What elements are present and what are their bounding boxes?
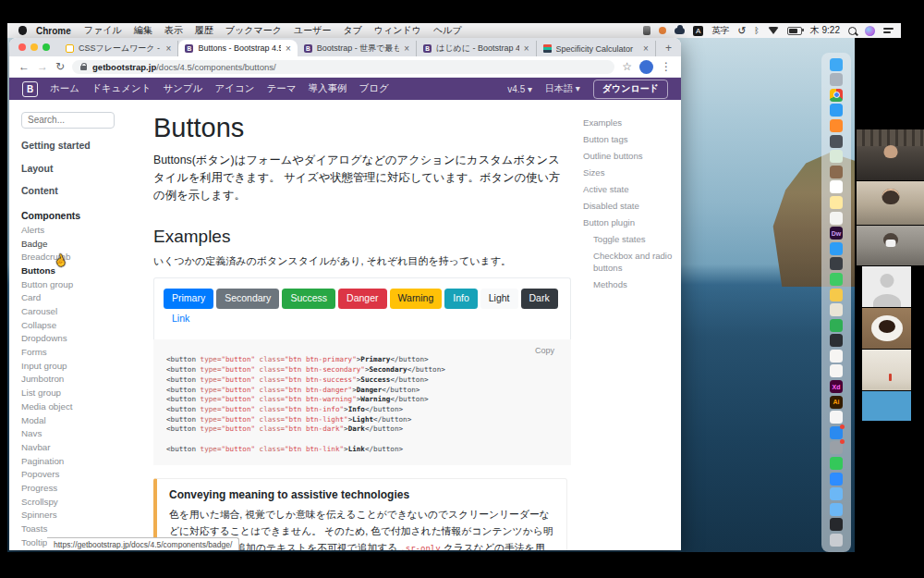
toc-item[interactable]: Outline buttons bbox=[583, 151, 668, 163]
nav-link[interactable]: アイコン bbox=[214, 82, 254, 95]
dock-stamp-app-icon[interactable] bbox=[830, 303, 843, 316]
dock-acrobat-icon[interactable] bbox=[830, 411, 843, 424]
tab-close-icon[interactable]: × bbox=[166, 43, 172, 54]
menu-item[interactable]: 編集 bbox=[134, 24, 152, 37]
dock-trash-icon[interactable] bbox=[830, 534, 843, 547]
menu-item[interactable]: ユーザー bbox=[294, 24, 331, 37]
participant-photo-beach[interactable] bbox=[862, 350, 911, 390]
dock-green-app-icon[interactable] bbox=[830, 273, 843, 286]
reload-button[interactable]: ↻ bbox=[55, 61, 65, 72]
sidebar-item[interactable]: Getting started bbox=[21, 140, 135, 151]
participant-video-2[interactable] bbox=[857, 181, 924, 225]
toc-item[interactable]: Disabled state bbox=[583, 201, 668, 213]
bluetooth-icon[interactable]: ᛒ bbox=[754, 27, 759, 35]
menu-app-name[interactable]: Chrome bbox=[36, 26, 71, 36]
sidebar-item[interactable]: Collapse bbox=[21, 321, 135, 330]
toc-item[interactable]: Examples bbox=[583, 117, 668, 129]
dock-pages-icon[interactable] bbox=[830, 350, 843, 363]
dock-adobe-illustrator-icon[interactable]: Ai bbox=[830, 396, 843, 409]
control-center-icon[interactable] bbox=[883, 28, 894, 33]
dock-dreamweaver-icon[interactable]: Dw bbox=[830, 227, 843, 240]
dock-display-app-icon[interactable] bbox=[830, 257, 843, 270]
sidebar-item[interactable]: Carousel bbox=[21, 307, 135, 316]
sidebar-item[interactable]: Navbar bbox=[21, 443, 135, 452]
sidebar-item[interactable]: Jumbotron bbox=[21, 375, 135, 384]
participant-video-1[interactable] bbox=[857, 129, 924, 180]
toc-item[interactable]: Button tags bbox=[583, 134, 668, 146]
example-button-info[interactable]: Info bbox=[444, 289, 478, 309]
back-button[interactable]: ← bbox=[18, 61, 30, 72]
address-bar[interactable]: getbootstrap.jp/docs/4.5/components/butt… bbox=[72, 60, 614, 74]
sidebar-item[interactable]: Input group bbox=[21, 362, 135, 371]
sidebar-item[interactable]: Button group bbox=[21, 280, 135, 289]
tab-close-icon[interactable]: × bbox=[643, 43, 649, 54]
window-zoom-button[interactable] bbox=[43, 43, 50, 51]
dock-app-store-icon[interactable] bbox=[830, 426, 843, 439]
input-source-label[interactable]: 英字 bbox=[711, 25, 729, 37]
menu-item[interactable]: ウィンドウ bbox=[374, 24, 421, 37]
nav-link[interactable]: テーマ bbox=[266, 82, 296, 95]
example-button-secondary[interactable]: Secondary bbox=[216, 289, 279, 309]
new-tab-button[interactable]: + bbox=[656, 41, 681, 56]
window-minimize-button[interactable] bbox=[30, 43, 38, 51]
browser-tab[interactable]: Bはじめに - Bootstrap 4.5 - 日本× bbox=[417, 41, 536, 56]
participant-photo-coffee[interactable] bbox=[862, 308, 911, 349]
copy-code-button[interactable]: Copy bbox=[535, 346, 554, 355]
version-dropdown[interactable]: v4.5 ▾ bbox=[507, 84, 532, 94]
tab-close-icon[interactable]: × bbox=[404, 43, 409, 54]
siri-icon[interactable] bbox=[865, 26, 875, 36]
toc-item[interactable]: Button plugin bbox=[583, 217, 668, 229]
participant-video-3[interactable] bbox=[857, 226, 924, 265]
bookmark-star-icon[interactable]: ☆ bbox=[622, 61, 632, 72]
dock-launchpad-icon[interactable] bbox=[830, 73, 843, 86]
sidebar-item[interactable]: Media object bbox=[21, 402, 135, 412]
dock-folder-2-icon[interactable] bbox=[830, 503, 843, 516]
dock-chrome-icon[interactable] bbox=[830, 89, 843, 102]
menu-item[interactable]: ファイル bbox=[84, 24, 122, 37]
url-text[interactable]: getbootstrap.jp/docs/4.5/components/butt… bbox=[92, 62, 276, 72]
sidebar-item[interactable]: Modal bbox=[21, 416, 135, 425]
toc-item[interactable]: Sizes bbox=[583, 167, 668, 179]
dock-notes-icon[interactable] bbox=[830, 196, 843, 209]
dock-firefox-icon[interactable] bbox=[830, 119, 843, 132]
example-button-dark[interactable]: Dark bbox=[521, 289, 558, 309]
sidebar-item[interactable]: Popovers bbox=[21, 470, 135, 479]
bootstrap-logo[interactable]: B bbox=[22, 81, 38, 97]
dock-calendar-icon[interactable] bbox=[830, 180, 843, 193]
sidebar-item[interactable]: Progress bbox=[21, 484, 135, 493]
menu-item[interactable]: ヘルプ bbox=[433, 24, 462, 37]
dock-dictionary-icon[interactable] bbox=[830, 166, 843, 178]
toc-item[interactable]: Checkbox and radio buttons bbox=[583, 251, 678, 274]
sidebar-item[interactable]: List group bbox=[21, 388, 135, 398]
browser-tab[interactable]: Specificity Calculator× bbox=[537, 41, 656, 56]
browser-tab[interactable]: CSSフレームワーク - Google ス× bbox=[59, 41, 178, 56]
menu-item[interactable]: ブックマーク bbox=[225, 24, 282, 37]
example-button-danger[interactable]: Danger bbox=[338, 289, 386, 309]
wifi-icon[interactable] bbox=[768, 27, 779, 34]
sidebar-item[interactable]: Layout bbox=[21, 163, 135, 174]
browser-tab[interactable]: BButtons - Bootstrap 4.5 - 日本× bbox=[178, 40, 297, 56]
example-button-light[interactable]: Light bbox=[480, 289, 518, 309]
sidebar-item[interactable]: Navs bbox=[21, 429, 135, 438]
dock-hexagon-app-icon[interactable] bbox=[830, 135, 843, 148]
dock-safari-icon[interactable] bbox=[830, 104, 843, 117]
input-source-icon[interactable]: A bbox=[693, 26, 703, 36]
apple-menu-icon[interactable] bbox=[18, 26, 27, 35]
dock-zoom-icon[interactable] bbox=[830, 473, 843, 486]
menu-item[interactable]: 履歴 bbox=[195, 24, 213, 37]
ssl-lock-icon[interactable] bbox=[80, 66, 87, 70]
menu-item[interactable]: 表示 bbox=[164, 24, 183, 37]
sidebar-item[interactable]: Pagination bbox=[21, 457, 135, 466]
forward-button[interactable]: → bbox=[37, 61, 48, 72]
sidebar-item[interactable]: Content bbox=[21, 185, 135, 196]
sidebar-item[interactable]: Alerts bbox=[21, 226, 135, 235]
overflow-menu-icon[interactable]: ⋮ bbox=[661, 61, 672, 72]
sidebar-item[interactable]: Breadcrumb bbox=[21, 252, 135, 262]
sidebar-search-input[interactable] bbox=[21, 112, 115, 129]
cloud-status-icon[interactable] bbox=[675, 28, 685, 34]
status-app-icon[interactable] bbox=[643, 26, 650, 35]
dock-maps-icon[interactable] bbox=[830, 150, 843, 163]
browser-tab[interactable]: BBootstrap - 世界で最も人気のあ× bbox=[298, 41, 417, 56]
dock-screenshare-app-icon[interactable] bbox=[830, 457, 843, 470]
nav-link[interactable]: 導入事例 bbox=[308, 82, 346, 95]
